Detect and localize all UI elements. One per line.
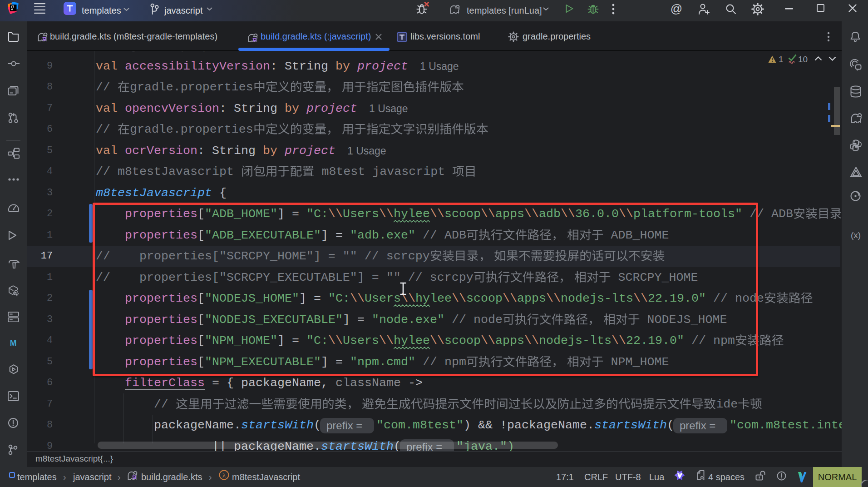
svg-text:@: @ <box>671 3 682 15</box>
svg-text:M: M <box>10 338 17 348</box>
svg-text:(x): (x) <box>851 231 861 240</box>
svg-text:λ: λ <box>222 472 226 479</box>
